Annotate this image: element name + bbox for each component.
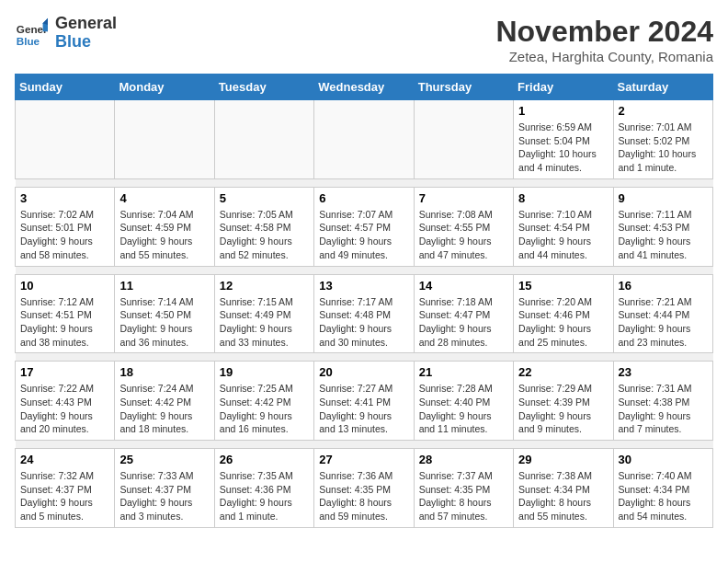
calendar-day-cell: 27Sunrise: 7:36 AM Sunset: 4:35 PM Dayli… <box>314 449 414 528</box>
calendar: SundayMondayTuesdayWednesdayThursdayFrid… <box>15 74 713 528</box>
day-number: 29 <box>518 453 608 466</box>
calendar-day-cell: 24Sunrise: 7:32 AM Sunset: 4:37 PM Dayli… <box>16 449 115 528</box>
calendar-day-cell <box>414 100 513 179</box>
calendar-day-cell: 6Sunrise: 7:07 AM Sunset: 4:57 PM Daylig… <box>314 187 414 266</box>
day-number: 21 <box>419 365 508 379</box>
day-info: Sunrise: 6:59 AM Sunset: 5:04 PM Dayligh… <box>518 121 608 175</box>
calendar-day-cell: 3Sunrise: 7:02 AM Sunset: 5:01 PM Daylig… <box>16 187 115 266</box>
day-number: 25 <box>119 453 209 466</box>
day-info: Sunrise: 7:21 AM Sunset: 4:44 PM Dayligh… <box>619 295 708 350</box>
calendar-day-cell <box>314 100 414 179</box>
day-number: 18 <box>119 365 209 379</box>
calendar-day-cell: 23Sunrise: 7:31 AM Sunset: 4:38 PM Dayli… <box>613 362 712 441</box>
day-info: Sunrise: 7:05 AM Sunset: 4:58 PM Dayligh… <box>220 208 309 262</box>
spacer-cell <box>16 178 713 187</box>
calendar-header-thursday: Thursday <box>414 75 513 100</box>
day-info: Sunrise: 7:35 AM Sunset: 4:36 PM Dayligh… <box>220 469 309 523</box>
calendar-header-wednesday: Wednesday <box>314 75 414 100</box>
calendar-day-cell: 4Sunrise: 7:04 AM Sunset: 4:59 PM Daylig… <box>115 187 214 266</box>
day-number: 27 <box>319 453 408 466</box>
calendar-header-saturday: Saturday <box>613 75 712 100</box>
calendar-day-cell: 22Sunrise: 7:29 AM Sunset: 4:39 PM Dayli… <box>514 362 613 441</box>
calendar-week-row: 17Sunrise: 7:22 AM Sunset: 4:43 PM Dayli… <box>16 362 713 441</box>
day-number: 16 <box>619 279 708 293</box>
calendar-day-cell <box>115 100 214 179</box>
day-number: 1 <box>518 104 608 118</box>
logo-text: GeneralBlue <box>55 15 117 52</box>
calendar-day-cell: 14Sunrise: 7:18 AM Sunset: 4:47 PM Dayli… <box>414 274 513 353</box>
day-number: 14 <box>419 279 508 293</box>
svg-text:Blue: Blue <box>17 34 40 46</box>
calendar-header-monday: Monday <box>115 75 214 100</box>
spacer-cell <box>16 441 713 449</box>
day-info: Sunrise: 7:07 AM Sunset: 4:57 PM Dayligh… <box>319 208 408 262</box>
day-info: Sunrise: 7:17 AM Sunset: 4:48 PM Dayligh… <box>319 295 408 350</box>
calendar-day-cell: 7Sunrise: 7:08 AM Sunset: 4:55 PM Daylig… <box>414 187 513 266</box>
calendar-day-cell: 30Sunrise: 7:40 AM Sunset: 4:34 PM Dayli… <box>613 449 712 528</box>
calendar-week-row: 1Sunrise: 6:59 AM Sunset: 5:04 PM Daylig… <box>16 100 713 179</box>
day-number: 5 <box>220 191 309 205</box>
day-info: Sunrise: 7:10 AM Sunset: 4:54 PM Dayligh… <box>518 208 608 262</box>
day-number: 15 <box>518 279 608 293</box>
calendar-day-cell: 25Sunrise: 7:33 AM Sunset: 4:37 PM Dayli… <box>115 449 214 528</box>
day-number: 22 <box>518 365 608 379</box>
calendar-day-cell: 10Sunrise: 7:12 AM Sunset: 4:51 PM Dayli… <box>16 274 115 353</box>
day-info: Sunrise: 7:08 AM Sunset: 4:55 PM Dayligh… <box>419 208 508 262</box>
calendar-day-cell: 1Sunrise: 6:59 AM Sunset: 5:04 PM Daylig… <box>514 100 613 179</box>
day-info: Sunrise: 7:01 AM Sunset: 5:02 PM Dayligh… <box>619 121 708 175</box>
spacer-cell <box>16 353 713 362</box>
day-info: Sunrise: 7:12 AM Sunset: 4:51 PM Dayligh… <box>20 295 109 350</box>
calendar-day-cell: 9Sunrise: 7:11 AM Sunset: 4:53 PM Daylig… <box>613 187 712 266</box>
day-info: Sunrise: 7:37 AM Sunset: 4:35 PM Dayligh… <box>419 469 508 523</box>
day-info: Sunrise: 7:25 AM Sunset: 4:42 PM Dayligh… <box>220 382 309 436</box>
day-number: 28 <box>419 453 508 466</box>
calendar-day-cell: 20Sunrise: 7:27 AM Sunset: 4:41 PM Dayli… <box>314 362 414 441</box>
row-spacer <box>16 178 713 187</box>
day-info: Sunrise: 7:15 AM Sunset: 4:49 PM Dayligh… <box>220 295 309 350</box>
day-info: Sunrise: 7:33 AM Sunset: 4:37 PM Dayligh… <box>119 469 209 523</box>
day-info: Sunrise: 7:04 AM Sunset: 4:59 PM Dayligh… <box>119 208 209 262</box>
day-number: 7 <box>419 191 508 205</box>
day-info: Sunrise: 7:22 AM Sunset: 4:43 PM Dayligh… <box>20 382 109 436</box>
calendar-day-cell: 18Sunrise: 7:24 AM Sunset: 4:42 PM Dayli… <box>115 362 214 441</box>
day-number: 4 <box>119 191 209 205</box>
day-number: 13 <box>319 279 408 293</box>
day-info: Sunrise: 7:02 AM Sunset: 5:01 PM Dayligh… <box>20 208 109 262</box>
day-info: Sunrise: 7:40 AM Sunset: 4:34 PM Dayligh… <box>619 469 708 523</box>
day-info: Sunrise: 7:18 AM Sunset: 4:47 PM Dayligh… <box>419 295 508 350</box>
row-spacer <box>16 266 713 274</box>
day-info: Sunrise: 7:14 AM Sunset: 4:50 PM Dayligh… <box>119 295 209 350</box>
day-info: Sunrise: 7:20 AM Sunset: 4:46 PM Dayligh… <box>518 295 608 350</box>
calendar-day-cell: 2Sunrise: 7:01 AM Sunset: 5:02 PM Daylig… <box>613 100 712 179</box>
calendar-header-row: SundayMondayTuesdayWednesdayThursdayFrid… <box>16 75 713 100</box>
main-title: November 2024 <box>495 15 713 49</box>
day-info: Sunrise: 7:11 AM Sunset: 4:53 PM Dayligh… <box>619 208 708 262</box>
spacer-cell <box>16 266 713 274</box>
day-number: 2 <box>619 104 708 118</box>
calendar-day-cell: 8Sunrise: 7:10 AM Sunset: 4:54 PM Daylig… <box>514 187 613 266</box>
calendar-day-cell: 16Sunrise: 7:21 AM Sunset: 4:44 PM Dayli… <box>613 274 712 353</box>
calendar-header-sunday: Sunday <box>16 75 115 100</box>
subtitle: Zetea, Harghita County, Romania <box>495 49 713 64</box>
calendar-week-row: 10Sunrise: 7:12 AM Sunset: 4:51 PM Dayli… <box>16 274 713 353</box>
calendar-header-friday: Friday <box>514 75 613 100</box>
calendar-week-row: 3Sunrise: 7:02 AM Sunset: 5:01 PM Daylig… <box>16 187 713 266</box>
day-number: 30 <box>619 453 708 466</box>
page-header: General Blue GeneralBlue November 2024 Z… <box>15 15 713 64</box>
calendar-day-cell: 12Sunrise: 7:15 AM Sunset: 4:49 PM Dayli… <box>214 274 313 353</box>
day-number: 20 <box>319 365 408 379</box>
day-info: Sunrise: 7:36 AM Sunset: 4:35 PM Dayligh… <box>319 469 408 523</box>
day-number: 6 <box>319 191 408 205</box>
day-number: 17 <box>20 365 109 379</box>
logo-icon: General Blue <box>15 17 48 50</box>
day-info: Sunrise: 7:28 AM Sunset: 4:40 PM Dayligh… <box>419 382 508 436</box>
calendar-day-cell <box>214 100 313 179</box>
day-number: 23 <box>619 365 708 379</box>
day-info: Sunrise: 7:24 AM Sunset: 4:42 PM Dayligh… <box>119 382 209 436</box>
calendar-header-tuesday: Tuesday <box>214 75 313 100</box>
day-number: 8 <box>518 191 608 205</box>
calendar-week-row: 24Sunrise: 7:32 AM Sunset: 4:37 PM Dayli… <box>16 449 713 528</box>
calendar-day-cell: 29Sunrise: 7:38 AM Sunset: 4:34 PM Dayli… <box>514 449 613 528</box>
day-info: Sunrise: 7:29 AM Sunset: 4:39 PM Dayligh… <box>518 382 608 436</box>
calendar-day-cell: 5Sunrise: 7:05 AM Sunset: 4:58 PM Daylig… <box>214 187 313 266</box>
